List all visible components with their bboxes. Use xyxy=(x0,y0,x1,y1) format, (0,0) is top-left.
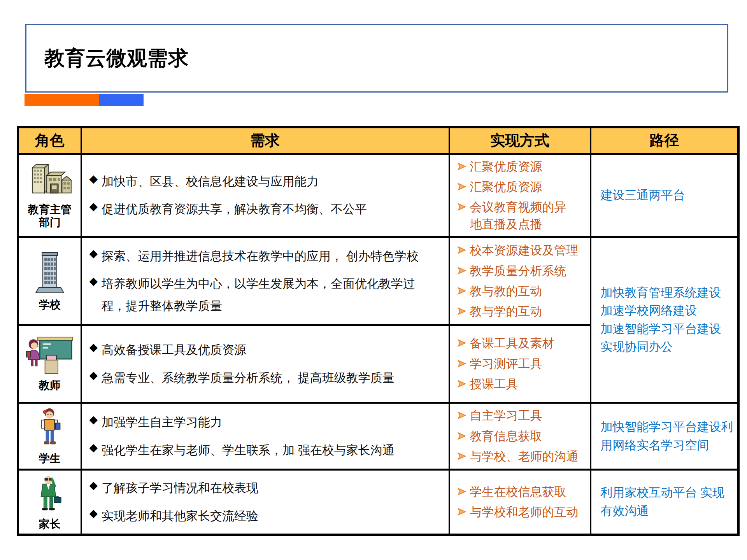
arrow-bullet-icon xyxy=(458,182,466,193)
cell-role-teacher: 教师 xyxy=(18,325,81,403)
cell-methods-school: 校本资源建设及管理 教学质量分析系统 教与教的互动 xyxy=(449,237,591,325)
cell-methods-student: 自主学习工具 教育信息获取 与学校、老师的沟通 xyxy=(449,403,591,470)
need-item: ◆ 实现老师和其他家长交流经验 xyxy=(89,505,439,527)
cell-needs-school: ◆ 探索、运用并推进信息技术在教学中的应用， 创办特色学校 ◆ 培养教师以学生为… xyxy=(81,237,449,325)
diamond-bullet-icon: ◆ xyxy=(89,439,98,457)
title-box: 教育云微观需求 xyxy=(25,24,728,93)
arrow-bullet-icon xyxy=(458,431,466,442)
cell-path-education-dept: 建设三通两平台 xyxy=(591,154,738,237)
diamond-bullet-icon: ◆ xyxy=(89,367,98,384)
method-item: 教育信息获取 xyxy=(458,428,586,444)
arrow-bullet-icon xyxy=(458,411,466,422)
role-label: 教育主管 部门 xyxy=(28,203,72,229)
col-header-path: 路径 xyxy=(591,127,738,154)
method-item: 会议教育视频的异 地直播及点播 xyxy=(458,199,586,233)
cell-path-parent: 利用家校互动平台 实现 有效沟通 xyxy=(591,470,738,535)
table-row-school: 学校 ◆ 探索、运用并推进信息技术在教学中的应用， 创办特色学校 ◆ 培养教师以… xyxy=(18,237,738,325)
cell-role-student: 学生 xyxy=(18,403,81,470)
cell-needs-student: ◆ 加强学生自主学习能力 ◆ 强化学生在家与老师、学生联系，加 强在校与家长沟通 xyxy=(81,403,449,470)
arrow-bullet-icon xyxy=(458,359,466,370)
arrow-bullet-icon xyxy=(458,245,466,256)
diamond-bullet-icon: ◆ xyxy=(89,339,98,356)
need-item: ◆ 急需专业、系统教学质量分析系统， 提高班级教学质量 xyxy=(89,367,439,389)
need-item: ◆ 了解孩子学习情况和在校表现 xyxy=(89,477,439,499)
diamond-bullet-icon: ◆ xyxy=(89,505,98,522)
method-item: 教与教的互动 xyxy=(458,283,586,299)
method-item: 汇聚优质资源 xyxy=(458,158,586,175)
header-row: 角色 需求 实现方式 路径 xyxy=(18,127,738,154)
method-item: 与学校和老师的互动 xyxy=(458,504,586,520)
arrow-bullet-icon xyxy=(458,338,466,349)
col-header-role: 角色 xyxy=(18,127,81,154)
method-item: 教学质量分析系统 xyxy=(458,262,586,279)
diamond-bullet-icon: ◆ xyxy=(89,273,98,290)
cell-methods-education-dept: 汇聚优质资源 汇聚优质资源 会议教育视频的异 地直播及点播 xyxy=(449,154,591,237)
arrow-bullet-icon xyxy=(458,306,466,317)
role-label: 家长 xyxy=(39,518,61,531)
teacher-blackboard-icon xyxy=(26,336,74,376)
page-title: 教育云微观需求 xyxy=(44,45,189,72)
need-item: ◆ 强化学生在家与老师、学生联系，加 强在校与家长沟通 xyxy=(89,439,439,461)
method-item: 汇聚优质资源 xyxy=(458,178,586,195)
diamond-bullet-icon: ◆ xyxy=(89,198,98,215)
diamond-bullet-icon: ◆ xyxy=(89,411,98,429)
method-item: 与学校、老师的沟通 xyxy=(458,448,586,465)
arrow-bullet-icon xyxy=(458,286,466,297)
table-row-education-dept: 教育主管 部门 ◆ 加快市、区县、校信息化建设与应用能力 ◆ 促进优质教育资源共… xyxy=(18,154,738,237)
need-item: ◆ 加强学生自主学习能力 xyxy=(89,411,439,433)
table-row-parent: 家长 ◆ 了解孩子学习情况和在校表现 ◆ 实现老师和其他家长交流经验 xyxy=(18,470,738,535)
col-header-methods: 实现方式 xyxy=(449,127,591,154)
accent-bar-orange xyxy=(25,94,99,106)
cell-methods-teacher: 备课工具及素材 学习测评工具 授课工具 xyxy=(449,325,591,403)
student-icon xyxy=(37,408,63,450)
need-item: ◆ 探索、运用并推进信息技术在教学中的应用， 创办特色学校 xyxy=(89,245,439,267)
slide: 教育云微观需求 角色 需求 实现方式 路径 xyxy=(0,0,747,560)
cell-path-student: 加快智能学习平台建设利 用网络实名学习空间 xyxy=(591,403,738,470)
method-item: 自主学习工具 xyxy=(458,407,586,424)
need-item: ◆ 培养教师以学生为中心，以学生发展为本，全面优化教学过 程，提升整体教学质量 xyxy=(89,273,439,317)
cell-needs-education-dept: ◆ 加快市、区县、校信息化建设与应用能力 ◆ 促进优质教育资源共享，解决教育不均… xyxy=(81,154,449,237)
table-row-student: 学生 ◆ 加强学生自主学习能力 ◆ 强化学生在家与老师、学生联系，加 强在校与家… xyxy=(18,403,738,470)
role-label: 学校 xyxy=(39,298,61,312)
need-item: ◆ 促进优质教育资源共享，解决教育不均衡、不公平 xyxy=(89,198,439,220)
method-item: 教与学的互动 xyxy=(458,303,586,320)
cell-role-school: 学校 xyxy=(18,237,81,325)
accent-bar-blue xyxy=(99,94,144,106)
need-item: ◆ 高效备授课工具及优质资源 xyxy=(89,339,439,361)
cell-path-school-teacher: 加快教育管理系统建设 加速学校网络建设 加速智能学习平台建设 实现协同办公 xyxy=(591,237,738,403)
diamond-bullet-icon: ◆ xyxy=(89,245,98,262)
arrow-bullet-icon xyxy=(458,487,466,498)
method-item: 授课工具 xyxy=(458,376,586,392)
method-item: 学生在校信息获取 xyxy=(458,483,586,500)
school-building-icon xyxy=(34,251,65,296)
method-item: 校本资源建设及管理 xyxy=(458,242,586,259)
method-item: 备课工具及素材 xyxy=(458,335,586,352)
arrow-bullet-icon xyxy=(458,266,466,277)
government-buildings-icon xyxy=(27,162,73,201)
cell-needs-parent: ◆ 了解孩子学习情况和在校表现 ◆ 实现老师和其他家长交流经验 xyxy=(81,470,449,535)
col-header-needs: 需求 xyxy=(81,127,449,154)
need-item: ◆ 加快市、区县、校信息化建设与应用能力 xyxy=(89,170,439,192)
cell-role-parent: 家长 xyxy=(18,470,81,535)
cell-needs-teacher: ◆ 高效备授课工具及优质资源 ◆ 急需专业、系统教学质量分析系统， 提高班级教学… xyxy=(81,325,449,403)
arrow-bullet-icon xyxy=(458,452,466,462)
cell-methods-parent: 学生在校信息获取 与学校和老师的互动 xyxy=(449,470,591,535)
diamond-bullet-icon: ◆ xyxy=(89,170,98,188)
cell-role-education-dept: 教育主管 部门 xyxy=(18,154,81,237)
role-label: 教师 xyxy=(39,379,61,392)
diamond-bullet-icon: ◆ xyxy=(89,477,98,494)
parent-icon xyxy=(36,473,64,515)
method-item: 学习测评工具 xyxy=(458,355,586,372)
arrow-bullet-icon xyxy=(458,202,466,213)
requirements-table: 角色 需求 实现方式 路径 xyxy=(17,126,740,536)
arrow-bullet-icon xyxy=(458,507,466,518)
arrow-bullet-icon xyxy=(458,379,466,390)
role-label: 学生 xyxy=(39,452,61,465)
arrow-bullet-icon xyxy=(458,162,466,173)
